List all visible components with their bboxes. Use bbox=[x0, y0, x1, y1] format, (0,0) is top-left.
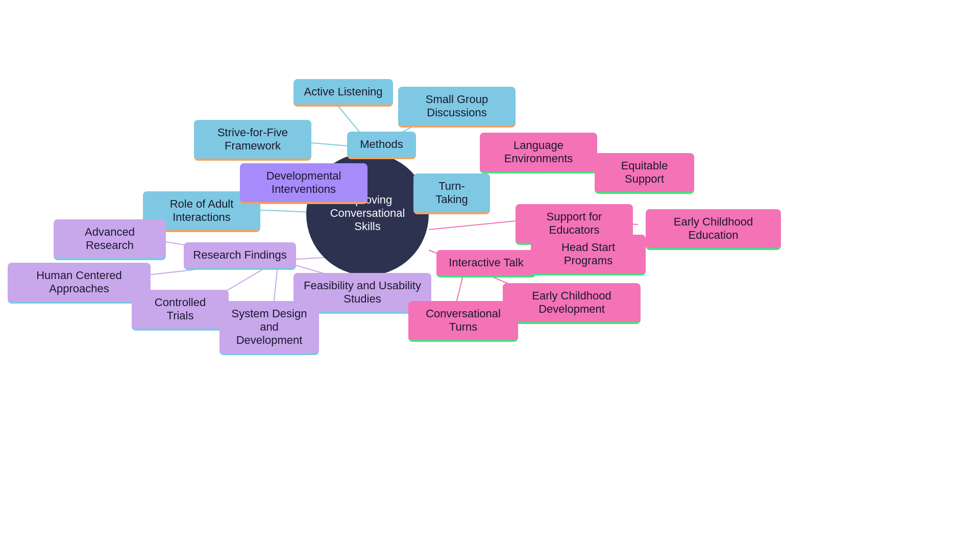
node-small-group-discussions[interactable]: Small Group Discussions bbox=[398, 87, 516, 128]
node-advanced-research[interactable]: Advanced Research bbox=[54, 219, 166, 260]
node-equitable-support[interactable]: Equitable Support bbox=[595, 153, 694, 194]
node-label: Feasibility and Usability Studies bbox=[303, 279, 422, 306]
node-label: Role of Adult Interactions bbox=[152, 197, 251, 224]
node-language-environments[interactable]: Language Environments bbox=[480, 133, 597, 173]
node-label: Language Environments bbox=[489, 139, 588, 165]
node-methods[interactable]: Methods bbox=[347, 132, 416, 159]
node-human-centered-approaches[interactable]: Human Centered Approaches bbox=[8, 263, 151, 304]
node-label: Advanced Research bbox=[63, 226, 157, 252]
node-active-listening[interactable]: Active Listening bbox=[293, 79, 393, 107]
node-early-childhood-education[interactable]: Early Childhood Education bbox=[646, 209, 781, 250]
node-head-start-programs[interactable]: Head Start Programs bbox=[531, 235, 646, 276]
node-system-design[interactable]: System Design and Development bbox=[219, 301, 319, 355]
node-label: Turn-Taking bbox=[423, 180, 481, 206]
node-label: Controlled Trials bbox=[141, 296, 219, 322]
node-turn-taking[interactable]: Turn-Taking bbox=[413, 173, 490, 214]
node-controlled-trials[interactable]: Controlled Trials bbox=[132, 290, 229, 331]
node-label: Interactive Talk bbox=[449, 256, 523, 269]
node-label: Conversational Turns bbox=[418, 307, 509, 334]
node-label: Early Childhood Education bbox=[655, 215, 772, 242]
node-interactive-talk[interactable]: Interactive Talk bbox=[436, 250, 536, 278]
node-label: Active Listening bbox=[304, 85, 382, 98]
node-developmental-interventions[interactable]: Developmental Interventions bbox=[240, 163, 368, 204]
node-strive-for-five[interactable]: Strive-for-Five Framework bbox=[194, 120, 311, 161]
node-label: Support for Educators bbox=[525, 210, 624, 237]
node-label: Head Start Programs bbox=[540, 241, 636, 267]
node-conversational-turns[interactable]: Conversational Turns bbox=[408, 301, 518, 342]
node-label: Developmental Interventions bbox=[249, 169, 358, 196]
node-research-findings[interactable]: Research Findings bbox=[184, 242, 296, 270]
node-label: Equitable Support bbox=[604, 159, 685, 186]
node-label: Human Centered Approaches bbox=[17, 269, 141, 295]
node-early-childhood-development[interactable]: Early Childhood Development bbox=[503, 283, 641, 324]
node-label: Small Group Discussions bbox=[407, 93, 506, 119]
node-label: System Design and Development bbox=[229, 307, 310, 347]
node-label: Methods bbox=[360, 138, 403, 151]
node-label: Early Childhood Development bbox=[512, 289, 631, 316]
node-label: Strive-for-Five Framework bbox=[203, 126, 302, 153]
node-label: Research Findings bbox=[193, 248, 286, 262]
